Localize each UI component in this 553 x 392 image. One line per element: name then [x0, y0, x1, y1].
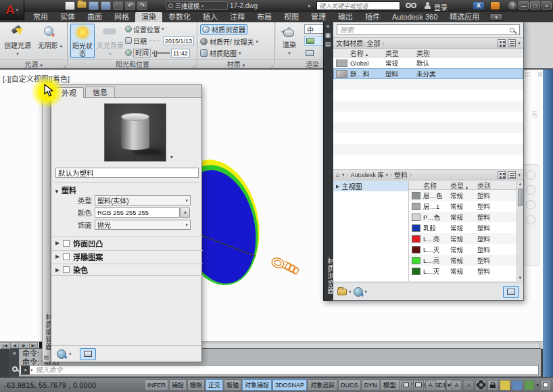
model-space-button[interactable]: 模型 [380, 379, 400, 391]
library-material-row[interactable]: L…灭常规塑料 [409, 266, 516, 276]
tab-autodesk360[interactable]: Autodesk 360 [386, 12, 443, 22]
library-material-row[interactable]: L…灭常规塑料 [409, 244, 516, 255]
search-icon[interactable] [406, 3, 416, 9]
sun-date-slider[interactable]: 日期 2015/1/13 [125, 36, 194, 45]
hardware-acceleration-icon[interactable] [500, 380, 510, 391]
toggle-grid[interactable]: 栅格 [187, 379, 205, 391]
command-input[interactable] [36, 366, 538, 374]
redo-button[interactable]: ↷ [137, 1, 147, 10]
panel-view-icon[interactable] [498, 39, 506, 47]
finish-dropdown[interactable]: 抛光▾ [95, 220, 191, 230]
communication-center-icon[interactable] [491, 2, 500, 9]
library-scrollbar[interactable]: ▲ ▼ [516, 181, 523, 281]
lock-icon[interactable] [487, 380, 498, 391]
toggle-snap[interactable]: 捕捉 [169, 379, 187, 391]
material-browser-button[interactable]: 材质浏览器 [200, 24, 247, 34]
open-material-browser-button[interactable] [80, 348, 96, 360]
list-view-icon[interactable] [508, 39, 516, 47]
tab-info[interactable]: 信息 [85, 87, 115, 97]
plot-button[interactable] [113, 1, 123, 10]
material-row-global[interactable]: Global 常规 默认 [333, 57, 523, 68]
save-as-button[interactable] [101, 1, 111, 10]
tint-section[interactable]: ▶ 染色 [51, 264, 203, 276]
bolt-wireframe[interactable] [270, 256, 299, 274]
open-file-button[interactable] [77, 1, 87, 8]
minimize-button[interactable]: — [519, 1, 529, 9]
tab-layout[interactable]: 布局 [251, 12, 278, 22]
column-name[interactable]: 名称 [423, 180, 450, 191]
palette-properties-icon[interactable]: ▤ [324, 41, 332, 47]
clean-screen-button[interactable] [540, 380, 551, 391]
palette-close-icon[interactable]: × [324, 23, 332, 30]
app-logo[interactable]: A▾ [0, 0, 24, 20]
exchange-apps-icon[interactable]: X [473, 2, 484, 9]
color-field[interactable]: RGB 255 255 255 [95, 207, 180, 218]
column-type[interactable]: 类型 ▴ [450, 180, 477, 191]
manage-library-icon[interactable] [337, 289, 347, 295]
tray-trustedautodesk-icon[interactable] [524, 380, 535, 391]
tab-plugins[interactable]: 插件 [359, 12, 386, 22]
coordinates-readout[interactable]: -63.9815, 55.7679 , 0.0000 [4, 381, 97, 389]
workspace-switch-icon[interactable] [475, 380, 486, 391]
wrench-icon[interactable] [12, 366, 18, 372]
annotation-visibility-icon[interactable]: A [451, 380, 462, 391]
first-layout-button[interactable]: |◀ [1, 342, 9, 349]
preview-options-icon[interactable]: ▾ [170, 154, 173, 160]
list-view-icon[interactable] [508, 171, 516, 179]
undo-button[interactable]: ↶ [125, 1, 135, 10]
tray-network-icon[interactable] [512, 380, 523, 391]
toggle-ortho[interactable]: 正交 [206, 379, 223, 391]
library-material-row[interactable]: 层…色常规塑料 [409, 190, 516, 201]
palette-autohide-icon[interactable]: ▣ [43, 94, 50, 101]
annotation-scale-value[interactable]: 1:1 [437, 381, 446, 389]
quick-view-layouts-icon[interactable] [401, 380, 412, 391]
open-material-editor-button[interactable] [503, 286, 519, 298]
material-editor-titlebar[interactable]: × ▣ 材质编辑器 ▤ [42, 84, 51, 362]
help-icon[interactable]: ? [508, 1, 516, 9]
date-value[interactable]: 2015/1/13 [163, 36, 194, 45]
create-material-icon[interactable]: + [354, 287, 363, 297]
palette-autohide-icon[interactable]: ▣ [324, 32, 332, 39]
infocenter-search-input[interactable] [316, 1, 400, 10]
sign-in-button[interactable]: 登录 [434, 2, 448, 12]
relief-pattern-section[interactable]: ▶ 浮雕图案 [51, 250, 203, 262]
material-preview[interactable] [104, 103, 166, 162]
toggle-polar[interactable]: 极轴 [224, 379, 241, 391]
no-shadow-button[interactable]: × 无阴影 ▾ [35, 24, 65, 58]
finish-bumps-checkbox[interactable] [63, 240, 70, 247]
workspace-dropdown[interactable]: 三维建模 ▾ [166, 1, 228, 10]
palette-properties-icon[interactable]: ▤ [43, 353, 50, 361]
new-file-button[interactable] [65, 1, 75, 10]
create-material-dropdown-icon[interactable]: ▾ [365, 289, 368, 295]
material-mapping-button[interactable]: 材质贴图 ▾ [200, 48, 241, 58]
tree-item-main-view[interactable]: ▶主视图 [333, 181, 408, 191]
tab-solid[interactable]: 实体 [54, 12, 81, 22]
create-material-icon[interactable]: + [57, 349, 66, 359]
material-search-input[interactable] [337, 26, 510, 34]
finish-bumps-section[interactable]: ▶ 饰面凹凸 [51, 237, 203, 249]
sky-background-button[interactable]: 天光背景 ▾ [97, 24, 124, 58]
tab-manage[interactable]: 管理 [305, 12, 332, 22]
navigation-bar[interactable] [522, 164, 539, 266]
toggle-otrack[interactable]: 对象追踪 [308, 379, 337, 391]
panel-view-icon[interactable] [498, 171, 506, 179]
render-button[interactable]: 渲染▾ [277, 24, 302, 58]
tray-menu-icon[interactable]: ▾ [536, 383, 539, 388]
command-close-icon[interactable]: × [10, 350, 19, 357]
library-material-row[interactable]: 层…1常规塑料 [409, 201, 516, 212]
material-row-default[interactable]: 默…料 塑料 未分类 [333, 68, 523, 79]
save-button[interactable] [89, 1, 99, 10]
material-name-field[interactable] [55, 168, 199, 178]
tab-mesh[interactable]: 网格 [108, 12, 135, 22]
sun-time-slider[interactable]: 时间 11:42 [125, 48, 194, 57]
time-value[interactable]: 11:42 [171, 49, 190, 57]
materials-textures-toggle-button[interactable]: 材质开/ 纹理关 ▾ [200, 36, 258, 47]
document-materials-header[interactable]: 文档材质: 全部 › ▾ [333, 37, 523, 49]
toggle-3dosnap[interactable]: 3DOSNAP [272, 379, 307, 391]
tab-view[interactable]: 视图 [278, 12, 305, 22]
manage-library-dropdown-icon[interactable]: ▾ [349, 289, 352, 295]
materials-panel-label[interactable]: 材质 ▾⌟ [197, 59, 274, 68]
library-material-row[interactable]: P…色常规塑料 [409, 212, 516, 222]
featured-apps-icon[interactable]: ▾ [489, 14, 503, 21]
toggle-ducs[interactable]: DUCS [338, 379, 361, 391]
